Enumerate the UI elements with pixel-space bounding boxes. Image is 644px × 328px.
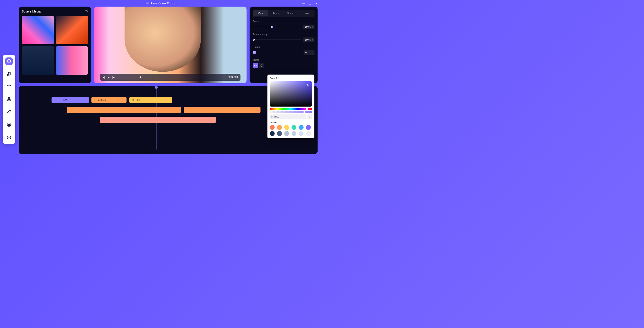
prev-frame-button[interactable]: ◂│ (103, 76, 106, 79)
copy-color-button[interactable] (307, 114, 312, 120)
tab-sounds[interactable]: Sounds (284, 10, 299, 16)
svg-point-3 (9, 62, 10, 63)
smiley-icon (7, 122, 12, 127)
svg-point-11 (7, 123, 11, 126)
svg-point-16 (95, 100, 96, 100)
media-tool[interactable] (5, 58, 13, 65)
properties-panel: View Adjust Sounds Info Zoom 100%▲▼ Tran… (250, 6, 318, 83)
text-icon (7, 84, 12, 89)
svg-point-1 (9, 60, 10, 60)
svg-point-14 (94, 99, 96, 101)
zoom-slider[interactable] (253, 27, 302, 27)
properties-tabs: View Adjust Sounds Info (253, 10, 315, 17)
player-controls: ◂│ ▶ │▸ 30:32:13 (100, 74, 240, 81)
media-thumbnail[interactable] (22, 46, 54, 75)
text-tool[interactable] (5, 83, 13, 90)
svg-point-5 (9, 61, 10, 62)
stickers-tool[interactable] (5, 121, 13, 128)
clip-stickers[interactable]: stickers (92, 97, 126, 103)
preview-image (124, 6, 201, 72)
svg-point-6 (7, 74, 8, 76)
color-popup-close[interactable]: ✕ (310, 77, 312, 80)
mirror-vertical-button[interactable] (259, 63, 264, 68)
zoom-label: Zoom (253, 20, 315, 23)
svg-point-15 (94, 100, 95, 100)
smiley-clip-icon (94, 99, 96, 101)
venn-icon (7, 97, 12, 102)
presets-label: Presets (270, 122, 312, 124)
alpha-slider[interactable] (270, 111, 312, 113)
hue-slider[interactable] (270, 108, 312, 110)
color-preset[interactable] (270, 131, 275, 136)
saturation-value-picker[interactable] (270, 81, 312, 106)
color-preset[interactable] (292, 125, 296, 130)
play-button[interactable]: ▶ (108, 76, 110, 79)
svg-point-12 (8, 124, 9, 124)
playback-progress[interactable] (117, 77, 226, 78)
mirror-h-icon (254, 64, 257, 67)
clip-video[interactable] (184, 107, 260, 113)
hex-input[interactable] (270, 114, 306, 120)
mirror-horizontal-button[interactable] (253, 63, 258, 68)
color-preset[interactable] (299, 125, 304, 130)
svg-point-19 (132, 99, 134, 100)
audio-tool[interactable] (5, 70, 13, 78)
preview-panel: ◂│ ▶ │▸ 30:32:13 (94, 6, 247, 83)
rotate-dial[interactable] (253, 51, 256, 54)
copy-icon (308, 116, 311, 118)
media-thumbnail[interactable] (22, 16, 54, 44)
filter-tool[interactable] (5, 96, 13, 103)
transparency-label: Transparency (253, 33, 315, 36)
color-preset[interactable] (306, 125, 311, 130)
maximize-button[interactable]: ▢ (309, 2, 312, 5)
source-media-title: Source Media (22, 10, 40, 13)
film-reel-icon (7, 59, 12, 64)
color-preset[interactable] (284, 125, 289, 130)
source-media-panel: Source Media (19, 6, 91, 83)
clip-text[interactable]: HITPAW (52, 97, 89, 103)
minimize-button[interactable]: — (302, 2, 305, 5)
svg-point-13 (10, 124, 10, 124)
media-thumbnail[interactable] (56, 46, 88, 75)
clip-video[interactable] (67, 107, 181, 113)
svg-point-2 (10, 61, 10, 62)
clip-filter[interactable]: Clear (129, 97, 172, 103)
color-preset[interactable] (284, 131, 289, 136)
transparency-value[interactable]: 100%▲▼ (303, 38, 315, 42)
app-title: HitPaw Video Editor (146, 2, 176, 5)
svg-point-7 (9, 74, 10, 75)
text-clip-icon (54, 99, 56, 101)
color-preset[interactable] (277, 125, 282, 130)
color-preset[interactable] (292, 131, 296, 136)
transparency-slider[interactable] (253, 40, 302, 40)
clip-audio[interactable] (100, 117, 216, 123)
color-fill-popup: Color Fill ✕ Presets (268, 74, 314, 138)
mirror-label: Mirror (253, 58, 315, 62)
sort-button[interactable] (85, 10, 88, 13)
color-preset[interactable] (299, 131, 304, 136)
close-button[interactable]: ✕ (316, 2, 318, 5)
mirror-v-icon (260, 64, 263, 67)
svg-rect-20 (309, 117, 310, 118)
magic-wand-icon (7, 110, 12, 114)
tab-adjust[interactable]: Adjust (269, 10, 283, 16)
transitions-tool[interactable] (5, 134, 13, 141)
tool-sidebar (3, 55, 15, 144)
sort-icon (85, 10, 88, 12)
music-note-icon (7, 72, 12, 76)
tab-view[interactable]: View (254, 10, 268, 16)
rotate-label: Rotate (253, 46, 315, 48)
next-frame-button[interactable]: │▸ (112, 76, 114, 79)
color-preset[interactable] (306, 131, 311, 136)
tab-info[interactable]: Info (300, 10, 314, 16)
media-thumbnail[interactable] (56, 16, 88, 44)
svg-point-4 (8, 61, 8, 62)
color-preset[interactable] (270, 125, 275, 130)
color-preset[interactable] (277, 131, 282, 136)
zoom-value[interactable]: 100%▲▼ (303, 24, 315, 30)
transition-icon (7, 135, 12, 140)
timecode: 30:32:13 (228, 76, 238, 79)
effects-tool[interactable] (5, 108, 13, 116)
filter-clip-icon (132, 99, 134, 101)
rotate-value[interactable]: 0°▲▼ (304, 50, 315, 55)
